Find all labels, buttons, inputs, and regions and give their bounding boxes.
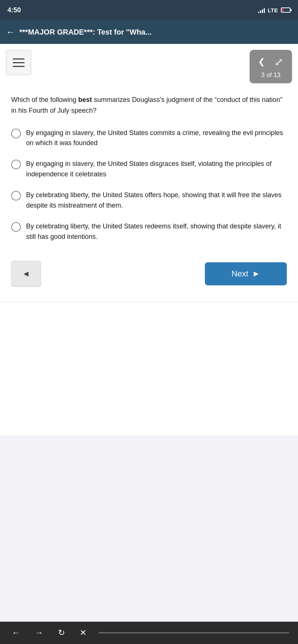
nav-controls: ❮ ⤢ 3 of 13	[250, 50, 292, 83]
hamburger-line-3	[13, 66, 25, 67]
option-d[interactable]: By celebrating liberty, the United State…	[11, 221, 287, 242]
prev-symbol: ◄	[22, 269, 30, 279]
hamburger-line-1	[13, 58, 25, 60]
hamburger-button[interactable]	[6, 50, 31, 75]
radio-b[interactable]	[11, 160, 21, 169]
status-icons: LTE	[258, 7, 291, 13]
question-text: Which of the following best summarizes D…	[11, 94, 287, 116]
option-a[interactable]: By engaging in slavery, the United State…	[11, 128, 287, 149]
radio-c[interactable]	[11, 191, 21, 201]
nav-controls-top: ❮ ⤢	[256, 54, 286, 69]
browser-forward-button[interactable]: →	[32, 627, 46, 639]
option-b-text: By engaging in slavery, the United State…	[26, 159, 287, 180]
divider	[0, 302, 298, 302]
battery-icon	[281, 7, 291, 13]
address-bar[interactable]	[98, 632, 289, 633]
option-d-text: By celebrating liberty, the United State…	[26, 221, 287, 242]
header: ← ***MAJOR GRADE***: Test for "Wha...	[0, 20, 298, 44]
browser-refresh-button[interactable]: ↻	[55, 627, 68, 639]
content-area: ❮ ⤢ 3 of 13 Which of the following best …	[0, 44, 298, 436]
nav-prev-icon[interactable]: ❮	[256, 56, 267, 68]
browser-close-button[interactable]: ✕	[77, 627, 89, 639]
next-symbol: ►	[252, 269, 260, 279]
nav-move-icon[interactable]: ⤢	[271, 54, 286, 69]
next-label: Next	[231, 269, 248, 279]
signal-bars-icon	[258, 7, 265, 13]
browser-back-button[interactable]: ←	[9, 627, 23, 639]
next-button[interactable]: Next ►	[205, 262, 287, 285]
question-text-before: Which of the following	[11, 96, 78, 103]
radio-d[interactable]	[11, 222, 21, 232]
back-button[interactable]: ←	[6, 27, 15, 37]
radio-a[interactable]	[11, 129, 21, 138]
question-bold: best	[78, 96, 92, 103]
question-section: Which of the following best summarizes D…	[0, 83, 298, 250]
page-label: 3 of 13	[261, 71, 280, 79]
status-bar: 4:50 LTE	[0, 0, 298, 20]
lte-label: LTE	[268, 7, 278, 13]
option-c[interactable]: By celebrating liberty, the United State…	[11, 190, 287, 211]
bottom-bar: ← → ↻ ✕	[0, 622, 298, 644]
option-a-text: By engaging in slavery, the United State…	[26, 128, 287, 149]
options-list: By engaging in slavery, the United State…	[11, 128, 287, 242]
prev-button[interactable]: ◄	[11, 261, 41, 287]
hamburger-line-2	[13, 62, 25, 63]
option-b[interactable]: By engaging in slavery, the United State…	[11, 159, 287, 180]
option-c-text: By celebrating liberty, the United State…	[26, 190, 287, 211]
toolbar: ❮ ⤢ 3 of 13	[0, 44, 298, 83]
nav-buttons: ◄ Next ►	[0, 250, 298, 302]
page-title: ***MAJOR GRADE***: Test for "Wha...	[19, 28, 152, 36]
extra-space	[0, 436, 298, 622]
status-time: 4:50	[7, 6, 21, 14]
